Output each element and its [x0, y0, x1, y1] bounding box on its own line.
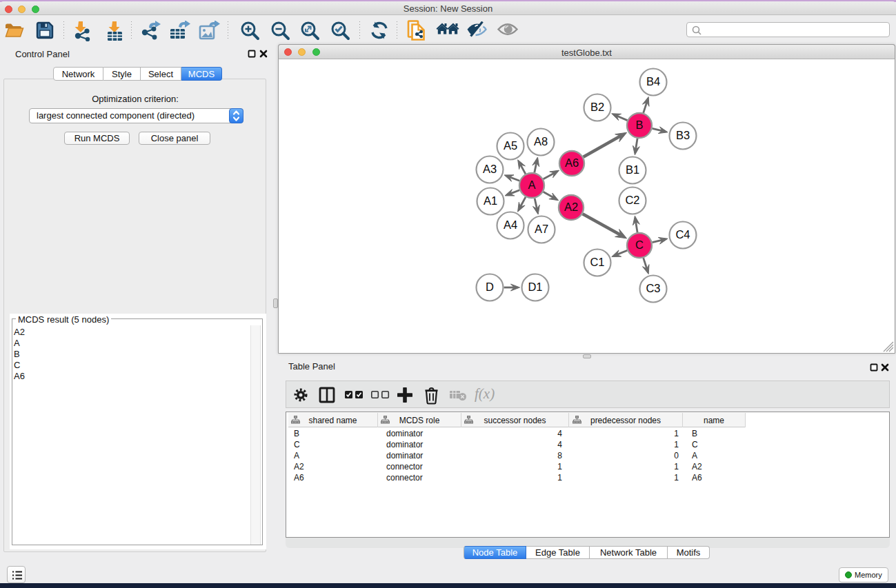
svg-text:D: D — [486, 281, 494, 293]
svg-text:A1: A1 — [484, 194, 497, 207]
svg-text:A3: A3 — [483, 163, 497, 175]
svg-text:B4: B4 — [646, 75, 660, 88]
svg-text:B2: B2 — [590, 101, 604, 113]
svg-text:A4: A4 — [504, 219, 517, 231]
svg-text:C3: C3 — [646, 282, 660, 294]
svg-text:B1: B1 — [626, 163, 639, 176]
svg-text:B3: B3 — [676, 129, 690, 141]
svg-text:D1: D1 — [528, 281, 542, 293]
svg-text:A5: A5 — [504, 139, 517, 152]
svg-text:A2: A2 — [564, 201, 578, 213]
svg-text:A7: A7 — [535, 223, 548, 235]
svg-text:C: C — [635, 239, 644, 251]
svg-text:C1: C1 — [590, 256, 604, 268]
svg-text:B: B — [635, 119, 643, 131]
svg-text:A8: A8 — [534, 135, 548, 148]
svg-text:C2: C2 — [625, 194, 639, 206]
svg-text:A6: A6 — [565, 156, 579, 169]
svg-text:C4: C4 — [675, 228, 690, 241]
svg-text:A: A — [528, 179, 535, 191]
